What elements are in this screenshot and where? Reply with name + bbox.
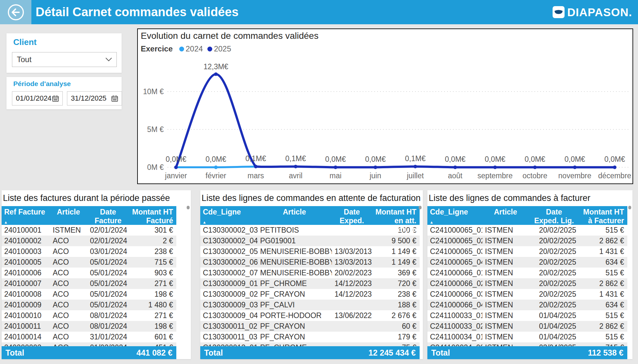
chart-point-2025[interactable]	[533, 166, 537, 169]
table-cell: C130300002_05	[200, 246, 258, 257]
column-header[interactable]: Cde_Ligne▲	[200, 206, 258, 225]
column-header[interactable]: Article	[258, 206, 332, 225]
table-row[interactable]: C241000066_01ISTMEN20/02/2025515 €	[427, 268, 627, 278]
chart-point-2025[interactable]	[174, 166, 178, 169]
table-cell: C241100034_02	[427, 342, 482, 346]
table-row[interactable]: C241000065_03ISTMEN20/02/20251 431 €	[427, 246, 627, 257]
data-label: 0,0M€	[565, 155, 585, 163]
column-header[interactable]: Date Facture	[87, 206, 129, 225]
data-label: 0,0M€	[205, 155, 226, 163]
client-filter-card: Client Tout	[6, 33, 122, 73]
table-cell: 75 €	[372, 342, 420, 346]
back-button[interactable]	[0, 0, 31, 24]
table-total-row: Total441 082 €	[2, 346, 176, 359]
table-row[interactable]: C241000065_04ISTMEN20/02/2025634 €	[427, 257, 627, 268]
table-row[interactable]: C130300002_05MENUISERIE-BOBBY13/03/20131…	[200, 246, 420, 257]
table-row[interactable]: 240100009ACO05/01/20241 480 €	[2, 300, 176, 310]
table-cell: C130300009_02	[200, 289, 258, 300]
table-row[interactable]: 240100007ACO05/01/2024271 €	[2, 278, 176, 289]
legend-item-2025[interactable]: 2025	[207, 44, 231, 53]
table-cell: 05/01/2024	[87, 289, 129, 300]
column-header[interactable]: Date Exped. Lig.	[332, 206, 372, 225]
orders-evolution-line-chart[interactable]: 0M €5M €10M €janvierfévriermarsavrilmaij…	[138, 59, 631, 183]
chevron-down-icon	[105, 58, 112, 61]
scrollbar-thumb[interactable]	[419, 206, 422, 209]
table-cell: C130300011_03	[200, 332, 258, 342]
table-row[interactable]: C241100034_02ISTMEN03/04/2025715 €	[427, 342, 627, 346]
table-cell: 05/01/2024	[87, 268, 129, 278]
table-row[interactable]: C130300002_07MENUISERIE-BOBBY20/02/20233…	[200, 268, 420, 278]
page-title: Détail Carnet commandes validées	[36, 0, 238, 24]
table-row[interactable]: 240100005ACO05/01/2024715 €	[2, 257, 176, 268]
table-cell: 13/03/2013	[332, 257, 372, 268]
chart-point-2025[interactable]	[214, 72, 218, 76]
table-row[interactable]: 240200002ACO01/02/2024451 €	[2, 342, 176, 346]
legend-item-2024[interactable]: 2024	[179, 44, 203, 53]
table-row[interactable]: 240100001ISTMEN02/01/2024301 €	[2, 225, 176, 236]
table-row[interactable]: C130300009_02PF_CRAYON14/12/2023238 €	[200, 289, 420, 300]
chart-point-2025[interactable]	[453, 166, 457, 169]
table-row[interactable]: C130300002_04PG0190019 500 €	[200, 236, 420, 246]
table-cell: 9 500 €	[372, 236, 420, 246]
client-dropdown[interactable]: Tout	[12, 52, 117, 67]
column-header[interactable]: Montant HT en att. Facture	[372, 206, 420, 225]
scrollbar-thumb[interactable]	[187, 206, 190, 209]
period-end-input[interactable]: 31/12/2025	[67, 91, 122, 105]
table-row[interactable]: C130300011_02PF_CRAYON60 €	[200, 321, 420, 332]
chart-point-2025[interactable]	[294, 165, 297, 168]
scrollbar-thumb[interactable]	[628, 206, 631, 209]
chart-point-2025[interactable]	[374, 166, 377, 169]
table-cell: 715 €	[129, 257, 176, 268]
table-cell: MENUISERIE-BOBBY	[258, 268, 332, 278]
app-header: Détail Carnet commandes validées DIAPASO…	[0, 0, 638, 24]
table-row[interactable]: C241000066_03ISTMEN20/02/20251 431 €	[427, 289, 627, 300]
table-row[interactable]: C130300009_03PF_CALVI188 €	[200, 300, 420, 310]
x-axis-tick-label: décembre	[598, 171, 631, 180]
chart-point-2025[interactable]	[493, 166, 497, 169]
table-row[interactable]: C241000066_04ISTMEN20/02/2025634 €	[427, 300, 627, 310]
data-label: 0,0M€	[524, 155, 545, 163]
table-cell: 02/01/2024	[87, 236, 129, 246]
table-row[interactable]: C241100033_02ISTMEN01/04/20252 862 €	[427, 321, 627, 332]
table-row[interactable]: 240100006ACO05/01/2024903 €	[2, 268, 176, 278]
column-header[interactable]: Cde_Ligne▲	[427, 206, 482, 225]
table-row[interactable]: C241000065_02ISTMEN20/02/20252 862 €	[427, 236, 627, 246]
column-header[interactable]: Ref Facture▲	[2, 206, 50, 225]
table-row[interactable]: C241000065_01ISTMEN20/02/2025515 €	[427, 225, 627, 236]
column-header[interactable]: Montant HT Facturé	[129, 206, 176, 225]
table-row[interactable]: 240100014ACO31/01/2024601 €	[2, 332, 176, 342]
peak-data-label: 12,3M€	[204, 62, 228, 71]
column-header[interactable]: Article	[482, 206, 529, 225]
chart-point-2025[interactable]	[573, 166, 577, 169]
chart-point-2025[interactable]	[613, 166, 616, 169]
table-row[interactable]: 240100010ACO08/01/2024271 €	[2, 310, 176, 321]
period-filter-label: Période d'analyse	[13, 80, 122, 88]
table-row[interactable]: C130300013_01PF_CHROME75 €	[200, 342, 420, 346]
table-row[interactable]: C241100034_01ISTMEN01/04/2025515 €	[427, 332, 627, 342]
period-start-input[interactable]: 01/01/2024	[12, 91, 63, 105]
table-row[interactable]: 240100003ACO03/01/2024238 €	[2, 246, 176, 257]
chart-point-2025[interactable]	[334, 166, 337, 169]
table-row[interactable]: 240100002ACO02/01/20242 €	[2, 236, 176, 246]
table-cell: 240100009	[2, 300, 50, 310]
table-row[interactable]: C130300009_01PF_CHROME14/12/2023720 €	[200, 278, 420, 289]
chart-point-2025[interactable]	[254, 165, 258, 168]
table-row[interactable]: C130300002_03PETITBOIS100 €	[200, 225, 420, 236]
table-row[interactable]: C130300009_04PORTE-HODOOR13/06/20222 676…	[200, 310, 420, 321]
table-row[interactable]: 240100008ACO05/01/2024198 €	[2, 289, 176, 300]
chart-point-2025[interactable]	[413, 165, 417, 168]
data-label: 0,0M€	[445, 155, 466, 163]
table-row[interactable]: 240100011ACO08/01/2024198 €	[2, 321, 176, 332]
table-row[interactable]: C241000066_02ISTMEN20/02/20252 862 €	[427, 278, 627, 289]
table-row[interactable]: C130300002_06MENUISERIE-BOBBY13/03/20131…	[200, 257, 420, 268]
column-header[interactable]: Date Exped. Lig.	[529, 206, 579, 225]
table-row[interactable]: C241100033_01ISTMEN01/04/2025515 €	[427, 310, 627, 321]
column-header[interactable]: Article	[50, 206, 87, 225]
column-header[interactable]: Montant HT à Facturer	[579, 206, 627, 225]
chart-point-2024[interactable]	[214, 166, 218, 169]
table-cell: 1 149 €	[372, 246, 420, 257]
table-row[interactable]: C130300011_03PF_CRAYON179 €	[200, 332, 420, 342]
chart-line-2025[interactable]	[176, 74, 615, 167]
chart-legend: Exercice 2024 2025	[141, 44, 236, 53]
table-cell: ACO	[50, 332, 87, 342]
